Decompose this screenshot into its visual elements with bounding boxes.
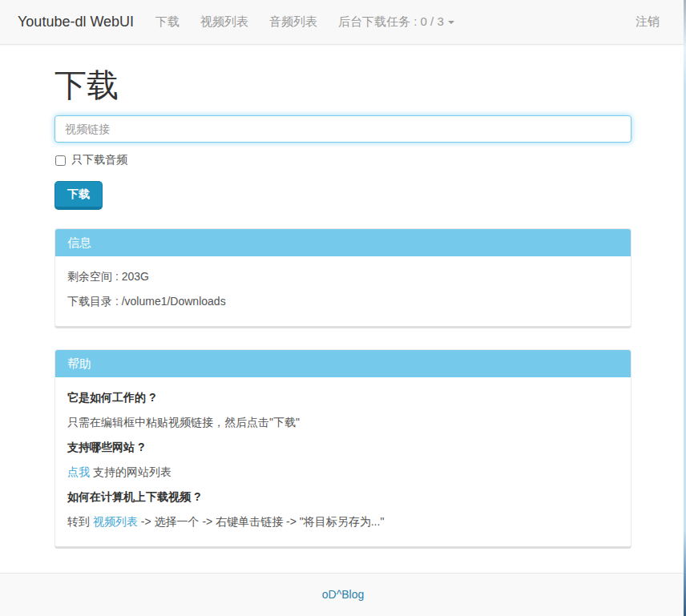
help-question-how-it-works: 它是如何工作的 ?: [67, 389, 619, 406]
free-space-text: 剩余空间 : 203G: [67, 268, 619, 285]
caret-down-icon: [448, 21, 454, 24]
help-answer-download-to-computer: 转到 视频列表 -> 选择一个 -> 右键单击链接 -> "将目标另存为...": [67, 513, 619, 530]
info-panel-body: 剩余空间 : 203G 下载目录 : /volume1/Downloads: [55, 256, 631, 326]
navbar-right: 注销: [625, 14, 670, 30]
supported-sites-text: 支持的网站列表: [90, 465, 172, 478]
audio-only-label[interactable]: 只下载音频: [71, 153, 127, 167]
blog-link[interactable]: oD^Blog: [322, 588, 365, 601]
page-title: 下载: [54, 66, 632, 103]
help-answer-supported-sites: 点我 支持的网站列表: [67, 464, 619, 481]
page-footer: oD^Blog: [0, 573, 686, 616]
nav-item-logout[interactable]: 注销: [625, 14, 670, 30]
nav-item-background-tasks[interactable]: 后台下载任务 : 0 / 3: [328, 14, 465, 30]
help-question-supported-sites: 支持哪些网站 ?: [67, 439, 619, 456]
info-panel-heading: 信息: [55, 229, 631, 256]
help-panel: 帮助 它是如何工作的 ? 只需在编辑框中粘贴视频链接，然后点击"下载" 支持哪些…: [54, 349, 632, 549]
navbar-brand[interactable]: Youtube-dl WebUI: [18, 14, 134, 30]
navbar: Youtube-dl WebUI 下载 视频列表 音频列表 后台下载任务 : 0…: [0, 0, 686, 45]
main-content: 下载 只下载音频 下载 信息 剩余空间 : 203G 下载目录 : /volum…: [54, 45, 632, 549]
nav-item-video-list[interactable]: 视频列表: [190, 14, 259, 30]
help-question-download-to-computer: 如何在计算机上下载视频 ?: [67, 489, 619, 505]
audio-only-row: 只下载音频: [54, 153, 632, 167]
download-button[interactable]: 下载: [54, 181, 103, 210]
download-dir-text: 下载目录 : /volume1/Downloads: [67, 293, 619, 310]
video-url-input[interactable]: [54, 115, 632, 143]
help-panel-body: 它是如何工作的 ? 只需在编辑框中粘贴视频链接，然后点击"下载" 支持哪些网站 …: [55, 377, 631, 546]
navbar-links: 下载 视频列表 音频列表 后台下载任务 : 0 / 3: [145, 14, 465, 30]
save-as-text: -> 选择一个 -> 右键单击链接 -> "将目标另存为...": [138, 515, 384, 528]
nav-item-download[interactable]: 下载: [145, 14, 190, 30]
background-tasks-label: 后台下载任务 : 0 / 3: [338, 14, 444, 28]
help-panel-heading: 帮助: [55, 350, 631, 377]
audio-only-checkbox[interactable]: [55, 155, 66, 166]
help-answer-how-it-works: 只需在编辑框中粘贴视频链接，然后点击"下载": [67, 414, 619, 431]
info-panel: 信息 剩余空间 : 203G 下载目录 : /volume1/Downloads: [54, 228, 632, 328]
nav-item-audio-list[interactable]: 音频列表: [259, 14, 328, 30]
goto-text: 转到: [67, 515, 93, 528]
video-list-link[interactable]: 视频列表: [93, 515, 138, 528]
supported-sites-link[interactable]: 点我: [67, 465, 90, 478]
